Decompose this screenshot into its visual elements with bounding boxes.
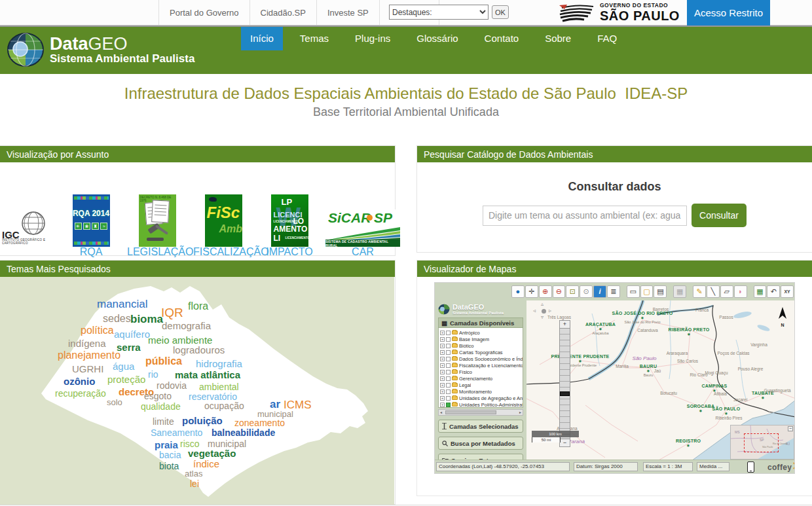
cloud-word[interactable]: ambiental <box>199 382 239 391</box>
identify-icon[interactable]: i <box>593 285 606 298</box>
layer-tree-item[interactable]: +Cartas Topográficas <box>440 349 523 355</box>
expand-icon[interactable]: + <box>440 357 445 361</box>
gov-link[interactable]: Portal do Governo <box>158 0 250 25</box>
zoom-slider[interactable]: + − <box>559 320 570 447</box>
cloud-word[interactable]: risco <box>180 439 200 448</box>
scrollbar-thumb[interactable] <box>445 410 496 414</box>
expand-icon[interactable]: + <box>440 403 445 407</box>
datageo-logo[interactable]: DataGEO Sistema Ambiental Paulista <box>7 32 194 67</box>
scroll-left-icon[interactable]: ◂ <box>440 410 442 415</box>
pan-left-icon[interactable]: ◃ <box>533 308 536 314</box>
cloud-word[interactable]: UGRHI <box>72 364 103 374</box>
camadas-selecionadas-button[interactable]: Camadas Selecionadas <box>438 420 523 433</box>
nav-item-temas[interactable]: Temas <box>291 27 338 50</box>
layer-tree-item[interactable]: +Biótico <box>440 342 523 349</box>
cloud-word[interactable]: mata atlântica <box>175 370 240 380</box>
cloud-word[interactable]: poluição <box>182 416 223 425</box>
cloud-word[interactable]: limite <box>153 417 174 426</box>
layer-tree-item[interactable]: +Antrópico <box>440 329 523 336</box>
pan-up-icon[interactable]: ▵ <box>541 302 544 307</box>
cloud-word[interactable]: logradouros <box>173 345 225 355</box>
full-extent-icon[interactable]: ● <box>511 285 525 298</box>
cloud-word[interactable]: reservatório <box>189 392 237 401</box>
layer-checkbox[interactable] <box>446 357 451 361</box>
cloud-word[interactable]: IQR <box>161 306 183 319</box>
cloud-word[interactable]: política <box>81 325 114 336</box>
cloud-word[interactable]: recuperação <box>55 389 106 398</box>
cloud-word[interactable]: água <box>113 361 134 371</box>
nav-item-faq[interactable]: FAQ <box>588 27 626 50</box>
camadas-disponiveis-header[interactable]: ▦ Camadas Disponíveis <box>438 317 523 328</box>
zoom-track[interactable] <box>559 329 570 439</box>
expand-icon[interactable]: + <box>440 389 445 394</box>
cloud-word[interactable]: ocupação <box>204 401 244 410</box>
basemap-icon[interactable]: ▦ <box>754 285 767 298</box>
expand-icon[interactable]: + <box>440 363 445 368</box>
cloud-word[interactable]: ozônio <box>64 376 95 386</box>
nav-item-glossrio[interactable]: Glossário <box>407 27 467 50</box>
layer-tree-item[interactable]: +Gerenciamento <box>440 375 523 382</box>
zoom-box-icon[interactable]: ⊡ <box>566 285 579 298</box>
cloud-word[interactable]: esgoto <box>144 391 172 401</box>
draw-polygon-icon[interactable]: ▱ <box>720 285 733 298</box>
xy-coordinates-icon[interactable]: XY <box>781 285 794 298</box>
cloud-word[interactable]: meio ambiente <box>148 335 212 345</box>
subject-impacto[interactable]: W LP LICENCI LICENCIAMENTO LO AMENTO LI … <box>259 194 320 256</box>
cloud-word[interactable]: vegetação <box>188 448 236 458</box>
zoom-in-button[interactable]: + <box>559 320 570 329</box>
cloud-word[interactable]: bioma <box>130 314 163 325</box>
cloud-word[interactable]: pública <box>145 356 182 367</box>
pan-control[interactable]: ▵ ◃ ▹ ▿ <box>532 302 555 321</box>
mobile-phone-icon[interactable] <box>747 461 754 473</box>
cloud-word[interactable]: bacia <box>159 450 181 460</box>
layer-tree-item[interactable]: +Unidades Político-Administrativa <box>440 401 523 408</box>
acesso-restrito-button[interactable]: Acesso Restrito <box>687 0 770 26</box>
select-frame-icon[interactable]: ▢ <box>640 285 654 298</box>
draw-point-icon[interactable]: ✎ <box>693 285 706 298</box>
expand-icon[interactable]: + <box>440 344 445 348</box>
layer-checkbox[interactable] <box>446 396 451 401</box>
cloud-word[interactable]: indígena <box>68 338 106 348</box>
zoom-in-icon[interactable]: ⊕ <box>539 285 552 298</box>
layer-checkbox[interactable] <box>446 383 451 388</box>
layer-tree-item[interactable]: +Dados Socioeconômico e Índices <box>440 355 523 362</box>
layer-checkbox[interactable] <box>446 344 451 348</box>
cloud-word[interactable]: manancial <box>97 298 148 310</box>
layer-checkbox[interactable] <box>446 363 451 368</box>
cloud-word[interactable]: solo <box>107 398 122 407</box>
cloud-word[interactable]: planejamento <box>58 350 120 361</box>
pan-right-icon[interactable]: ▹ <box>549 308 551 314</box>
erase-icon[interactable]: ◗ <box>734 285 747 298</box>
cloud-word[interactable]: índice <box>193 459 219 469</box>
cloud-word[interactable]: biota <box>159 461 179 471</box>
layer-tree-item[interactable]: +Legal <box>440 382 523 388</box>
cloud-word[interactable]: aquífero <box>114 329 150 339</box>
subject-legislacao[interactable]: DECRETO N. 8.468 DE 1976 LEGISLAÇÃO <box>127 194 187 256</box>
search-theme-input[interactable] <box>483 206 687 226</box>
layer-checkbox[interactable] <box>446 337 451 342</box>
cloud-word[interactable]: praia <box>155 440 178 450</box>
gov-link[interactable]: Investe SP <box>317 0 380 25</box>
expand-icon[interactable]: + <box>440 331 445 335</box>
print-icon[interactable]: ▤ <box>654 285 667 298</box>
export-icon[interactable]: ▦ <box>673 285 686 298</box>
cloud-word[interactable]: flora <box>188 301 208 312</box>
inset-minimize-button[interactable]: − <box>788 426 793 431</box>
zoom-out-icon[interactable]: ⊖ <box>553 285 566 298</box>
expand-icon[interactable]: + <box>440 370 445 374</box>
undo-icon[interactable]: ↶ <box>767 285 780 298</box>
measure-icon[interactable]: ▭ <box>627 285 640 298</box>
cloud-word[interactable]: zoneamento <box>234 418 285 427</box>
nav-item-sobre[interactable]: Sobre <box>536 27 580 50</box>
layer-checkbox[interactable] <box>446 331 451 335</box>
sao-paulo-government-logo[interactable]: GOVERNO DO ESTADO SÃO PAULO <box>558 3 680 22</box>
cloud-word[interactable]: balneabilidade <box>212 428 275 437</box>
layer-checkbox[interactable] <box>446 376 451 381</box>
expand-icon[interactable]: + <box>440 396 445 401</box>
zoom-thumb[interactable] <box>560 391 570 396</box>
consultar-button[interactable]: Consultar <box>692 204 747 227</box>
subject-car[interactable]: SiCAR SP SISTEMA DE CADASTRO AMBIENTAL R… <box>325 209 400 256</box>
layer-checkbox[interactable] <box>446 403 451 407</box>
layer-tree-item[interactable]: +Físico <box>440 369 523 375</box>
pan-down-icon[interactable]: ▿ <box>541 315 544 320</box>
